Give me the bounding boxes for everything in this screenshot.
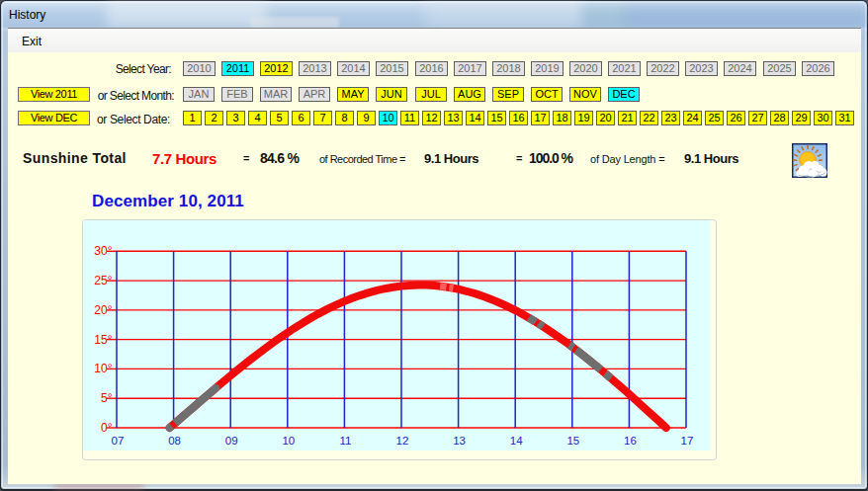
svg-text:12: 12 <box>396 435 409 447</box>
svg-text:0°: 0° <box>101 421 113 435</box>
svg-text:16: 16 <box>624 435 637 447</box>
svg-text:07: 07 <box>112 435 125 447</box>
svg-text:11: 11 <box>339 435 351 447</box>
svg-text:08: 08 <box>168 435 181 447</box>
svg-text:20°: 20° <box>94 303 112 317</box>
svg-text:10°: 10° <box>94 362 112 375</box>
svg-text:14: 14 <box>510 435 523 447</box>
svg-text:5°: 5° <box>101 391 113 405</box>
svg-text:17: 17 <box>681 435 694 447</box>
svg-text:15°: 15° <box>94 333 112 347</box>
svg-text:30°: 30° <box>94 244 112 258</box>
svg-text:15: 15 <box>566 435 579 447</box>
svg-text:10: 10 <box>282 435 295 447</box>
svg-text:13: 13 <box>453 435 466 447</box>
svg-text:09: 09 <box>225 435 238 447</box>
svg-text:25°: 25° <box>94 274 112 287</box>
